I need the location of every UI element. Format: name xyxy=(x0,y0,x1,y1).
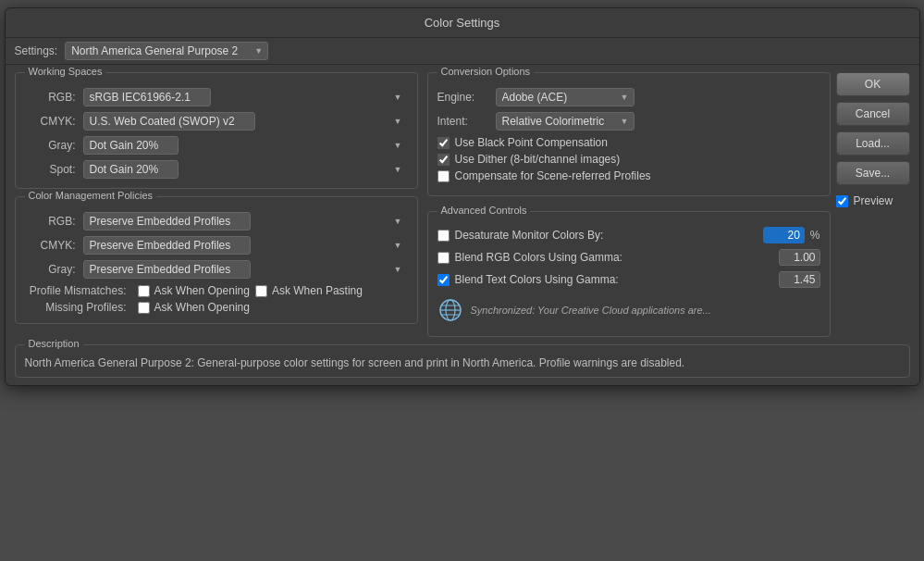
dialog-body: Settings: North America General Purpose … xyxy=(6,38,919,385)
left-panel: Working Spaces RGB: sRGB IEC61966-2.1 xyxy=(15,72,418,337)
sync-row: Synchronized: Your Creative Cloud applic… xyxy=(437,293,820,327)
cmyk-row: CMYK: U.S. Web Coated (SWOP) v2 xyxy=(25,112,408,131)
conversion-options-title: Conversion Options xyxy=(437,66,535,77)
compensate-checkbox[interactable] xyxy=(437,170,450,182)
desaturate-input[interactable] xyxy=(763,227,805,243)
save-button[interactable]: Save... xyxy=(836,161,910,185)
ask-when-opening-item: Ask When Opening xyxy=(138,284,250,297)
missing-ask-when-opening-label: Ask When Opening xyxy=(154,301,250,314)
rgb-select[interactable]: sRGB IEC61966-2.1 xyxy=(83,88,211,106)
color-management-title: Color Management Policies xyxy=(25,190,157,201)
preview-checkbox[interactable] xyxy=(836,195,848,207)
cm-gray-select-wrap: Preserve Embedded Profiles xyxy=(83,260,408,279)
engine-label: Engine: xyxy=(437,91,488,104)
blend-rgb-label: Blend RGB Colors Using Gamma: xyxy=(455,251,773,264)
black-point-row: Use Black Point Compensation xyxy=(437,136,820,149)
spot-select-wrap: Dot Gain 20% xyxy=(83,160,408,179)
cm-gray-label: Gray: xyxy=(25,263,76,276)
panels-row: Working Spaces RGB: sRGB IEC61966-2.1 xyxy=(15,72,831,337)
cm-cmyk-row: CMYK: Preserve Embedded Profiles xyxy=(25,236,408,255)
cm-gray-select[interactable]: Preserve Embedded Profiles xyxy=(83,260,251,279)
ask-when-opening-checkbox[interactable] xyxy=(138,285,150,297)
spot-row: Spot: Dot Gain 20% xyxy=(25,160,408,179)
compensate-row: Compensate for Scene-referred Profiles xyxy=(437,169,820,182)
rgb-select-wrap: sRGB IEC61966-2.1 xyxy=(83,88,408,106)
settings-select-wrapper: North America General Purpose 2 xyxy=(65,42,268,60)
ask-when-opening-label: Ask When Opening xyxy=(154,284,250,297)
blend-rgb-input[interactable] xyxy=(779,249,820,266)
missing-profiles-label: Missing Profiles: xyxy=(25,301,127,314)
main-area: Working Spaces RGB: sRGB IEC61966-2.1 xyxy=(6,65,919,341)
desaturate-label: Desaturate Monitor Colors By: xyxy=(455,229,758,242)
spot-select[interactable]: Dot Gain 20% xyxy=(83,160,179,179)
blend-text-row: Blend Text Colors Using Gamma: xyxy=(437,271,820,288)
cm-gray-row: Gray: Preserve Embedded Profiles xyxy=(25,260,408,279)
working-spaces-box: Working Spaces RGB: sRGB IEC61966-2.1 xyxy=(15,72,418,189)
cm-cmyk-select-wrap: Preserve Embedded Profiles xyxy=(83,236,408,255)
color-management-box: Color Management Policies RGB: Preserve … xyxy=(15,196,418,324)
dialog-title: Color Settings xyxy=(6,8,919,38)
cmyk-select[interactable]: U.S. Web Coated (SWOP) v2 xyxy=(83,112,255,131)
profile-mismatches-row: Profile Mismatches: Ask When Opening Ask… xyxy=(25,284,408,297)
intent-select[interactable]: Relative Colorimetric xyxy=(496,112,634,131)
description-text: North America General Purpose 2: General… xyxy=(25,356,900,369)
dither-checkbox[interactable] xyxy=(437,154,450,166)
blend-text-checkbox[interactable] xyxy=(437,274,450,286)
spot-label: Spot: xyxy=(25,163,76,176)
blend-rgb-row: Blend RGB Colors Using Gamma: xyxy=(437,249,820,266)
preview-label: Preview xyxy=(854,194,893,207)
cm-rgb-select-wrap: Preserve Embedded Profiles xyxy=(83,212,408,231)
advanced-controls-content: Desaturate Monitor Colors By: % Blend RG… xyxy=(437,227,820,288)
cm-cmyk-label: CMYK: xyxy=(25,239,76,252)
black-point-checkbox[interactable] xyxy=(437,137,450,149)
ask-when-pasting-checkbox[interactable] xyxy=(255,285,267,297)
settings-label: Settings: xyxy=(15,44,58,57)
blend-text-input[interactable] xyxy=(779,271,820,288)
ask-when-pasting-label: Ask When Pasting xyxy=(272,284,363,297)
description-box: Description North America General Purpos… xyxy=(15,344,910,378)
engine-select[interactable]: Adobe (ACE) xyxy=(496,88,634,106)
working-spaces-title: Working Spaces xyxy=(25,66,106,77)
blend-rgb-checkbox[interactable] xyxy=(437,252,450,264)
cancel-button[interactable]: Cancel xyxy=(836,102,910,126)
cmyk-label: CMYK: xyxy=(25,115,76,128)
load-button[interactable]: Load... xyxy=(836,131,910,156)
advanced-controls-title: Advanced Controls xyxy=(437,205,531,216)
settings-row: Settings: North America General Purpose … xyxy=(6,38,919,65)
rgb-label: RGB: xyxy=(25,91,76,104)
rgb-row: RGB: sRGB IEC61966-2.1 xyxy=(25,88,408,106)
cm-rgb-select[interactable]: Preserve Embedded Profiles xyxy=(83,212,251,231)
settings-select[interactable]: North America General Purpose 2 xyxy=(65,42,268,60)
color-management-content: RGB: Preserve Embedded Profiles CMYK: xyxy=(25,212,408,314)
advanced-controls-box: Advanced Controls Desaturate Monitor Col… xyxy=(427,211,831,337)
intent-label: Intent: xyxy=(437,115,488,128)
gray-row: Gray: Dot Gain 20% xyxy=(25,136,408,155)
sync-text: Synchronized: Your Creative Cloud applic… xyxy=(471,305,711,316)
engine-row: Engine: Adobe (ACE) xyxy=(437,88,820,106)
desaturate-percent: % xyxy=(810,229,820,242)
missing-ask-when-opening-item: Ask When Opening xyxy=(138,301,250,314)
left-right-panels: Working Spaces RGB: sRGB IEC61966-2.1 xyxy=(6,65,836,341)
gray-label: Gray: xyxy=(25,139,76,152)
compensate-label: Compensate for Scene-referred Profiles xyxy=(455,169,651,182)
cm-cmyk-select[interactable]: Preserve Embedded Profiles xyxy=(83,236,251,255)
conversion-options-content: Engine: Adobe (ACE) Intent: xyxy=(437,88,820,182)
desaturate-checkbox[interactable] xyxy=(437,230,450,242)
intent-select-wrap: Relative Colorimetric xyxy=(496,112,634,131)
profile-mismatches-label: Profile Mismatches: xyxy=(25,284,127,297)
blend-text-label: Blend Text Colors Using Gamma: xyxy=(455,273,773,286)
buttons-panel: OK Cancel Load... Save... Preview xyxy=(836,65,919,341)
ask-when-pasting-item: Ask When Pasting xyxy=(255,284,363,297)
description-title: Description xyxy=(25,338,83,349)
black-point-label: Use Black Point Compensation xyxy=(455,136,608,149)
ok-button[interactable]: OK xyxy=(836,72,910,96)
engine-select-wrap: Adobe (ACE) xyxy=(496,88,634,106)
gray-select[interactable]: Dot Gain 20% xyxy=(83,136,179,155)
right-panel: Conversion Options Engine: Adobe (ACE) xyxy=(427,72,831,337)
globe-icon xyxy=(437,297,463,323)
gray-select-wrap: Dot Gain 20% xyxy=(83,136,408,155)
color-settings-dialog: Color Settings Settings: North America G… xyxy=(5,7,920,386)
missing-ask-when-opening-checkbox[interactable] xyxy=(138,302,150,314)
cmyk-select-wrap: U.S. Web Coated (SWOP) v2 xyxy=(83,112,408,131)
dither-row: Use Dither (8-bit/channel images) xyxy=(437,153,820,166)
